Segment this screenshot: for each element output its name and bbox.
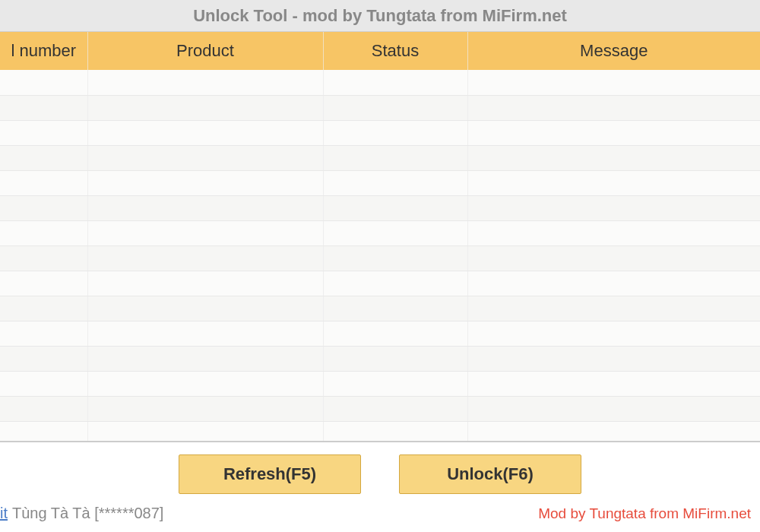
column-header-product[interactable]: Product [87,32,323,70]
table-row[interactable] [0,296,760,321]
table-cell [467,245,760,271]
table-cell [0,371,87,396]
table-cell [323,371,467,396]
user-info: it Tùng Tà Tà [******087] [0,505,163,522]
table-cell [0,70,87,95]
table-row[interactable] [0,371,760,396]
table-cell [0,170,87,195]
table-cell [0,95,87,120]
refresh-button[interactable]: Refresh(F5) [179,454,361,494]
table-cell [323,271,467,296]
table-cell [323,95,467,120]
table-row[interactable] [0,321,760,346]
table-cell [87,170,323,195]
table-cell [87,120,323,145]
button-row: Refresh(F5) Unlock(F6) [0,442,760,494]
table-cell [0,271,87,296]
table-cell [467,321,760,346]
table-cell [323,421,467,441]
device-table: l number Product Status Message [0,32,760,441]
table-cell [323,145,467,170]
table-cell [467,271,760,296]
table-cell [323,120,467,145]
table-cell [467,170,760,195]
table-row[interactable] [0,220,760,245]
table-cell [87,271,323,296]
table-cell [467,296,760,321]
table-cell [87,245,323,271]
table-cell [0,321,87,346]
table-cell [323,396,467,421]
title-bar: Unlock Tool - mod by Tungtata from MiFir… [0,0,760,32]
table-cell [87,70,323,95]
table-cell [467,120,760,145]
table-cell [467,396,760,421]
table-cell [87,396,323,421]
table-cell [323,245,467,271]
table-row[interactable] [0,145,760,170]
table-cell [0,195,87,220]
table-cell [0,145,87,170]
user-display-name: Tùng Tà Tà [******087] [12,505,163,522]
table-cell [87,296,323,321]
column-header-message[interactable]: Message [467,32,760,70]
table-cell [467,70,760,95]
table-row[interactable] [0,95,760,120]
table-row[interactable] [0,70,760,95]
table-cell [467,195,760,220]
table-row[interactable] [0,245,760,271]
table-row[interactable] [0,396,760,421]
data-table-container: l number Product Status Message [0,32,760,441]
table-cell [323,195,467,220]
table-cell [323,296,467,321]
table-cell [0,245,87,271]
status-row: it Tùng Tà Tà [******087] Mod by Tungtat… [0,494,760,522]
table-cell [87,346,323,371]
window-title: Unlock Tool - mod by Tungtata from MiFir… [193,6,567,26]
table-cell [323,170,467,195]
table-cell [87,371,323,396]
table-row[interactable] [0,120,760,145]
table-cell [0,120,87,145]
table-cell [323,70,467,95]
column-header-serial[interactable]: l number [0,32,87,70]
mod-credit: Mod by Tungtata from MiFirm.net [538,505,751,522]
table-cell [467,371,760,396]
table-row[interactable] [0,421,760,441]
table-cell [467,346,760,371]
logout-link[interactable]: it [0,505,8,522]
unlock-button[interactable]: Unlock(F6) [399,454,581,494]
table-cell [87,220,323,245]
table-cell [0,396,87,421]
table-cell [467,95,760,120]
table-cell [87,145,323,170]
bottom-bar: Refresh(F5) Unlock(F6) it Tùng Tà Tà [**… [0,441,760,532]
table-cell [467,220,760,245]
table-cell [87,95,323,120]
table-cell [0,220,87,245]
table-cell [323,346,467,371]
table-row[interactable] [0,271,760,296]
table-cell [467,421,760,441]
column-header-status[interactable]: Status [323,32,467,70]
table-row[interactable] [0,170,760,195]
table-cell [0,421,87,441]
table-cell [0,346,87,371]
table-cell [87,195,323,220]
table-row[interactable] [0,195,760,220]
table-row[interactable] [0,346,760,371]
table-cell [323,220,467,245]
table-cell [87,421,323,441]
table-cell [467,145,760,170]
table-cell [0,296,87,321]
table-cell [87,321,323,346]
table-cell [323,321,467,346]
